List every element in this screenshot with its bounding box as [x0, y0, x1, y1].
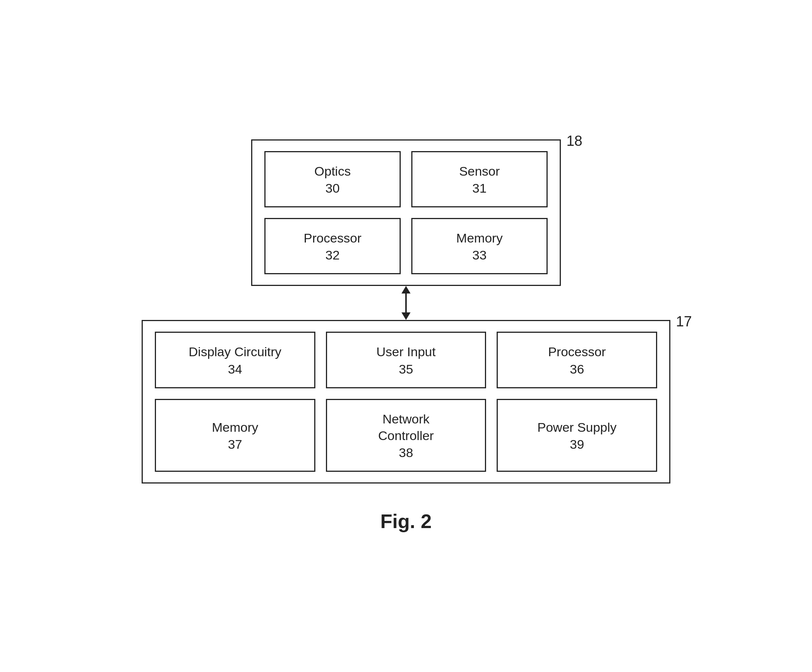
memory-37-number: 37 [228, 437, 242, 452]
processor-32-cell: Processor 32 [264, 218, 401, 274]
device-18-grid: Optics 30 Sensor 31 Processor 32 Memory [264, 151, 548, 274]
device-18-row-1: Optics 30 Sensor 31 [264, 151, 548, 207]
user-input-name: User Input [377, 343, 436, 360]
network-controller-number: 38 [399, 445, 413, 460]
device-17-row-1: Display Circuitry 34 User Input 35 Proce… [155, 332, 657, 388]
memory-33-cell: Memory 33 [411, 218, 548, 274]
optics-number: 30 [326, 181, 340, 196]
user-input-number: 35 [399, 362, 413, 377]
user-input-cell: User Input 35 [326, 332, 486, 388]
device-17-label: 17 [676, 314, 692, 330]
device-17-grid: Display Circuitry 34 User Input 35 Proce… [155, 332, 657, 472]
device-18-row-2: Processor 32 Memory 33 [264, 218, 548, 274]
optics-cell: Optics 30 [264, 151, 401, 207]
device-17-row-2: Memory 37 Network Controller 38 Power Su… [155, 399, 657, 472]
device-18-label: 18 [566, 133, 582, 149]
processor-32-number: 32 [326, 248, 340, 263]
memory-37-cell: Memory 37 [155, 399, 316, 472]
sensor-name: Sensor [459, 163, 500, 179]
memory-33-number: 33 [473, 248, 487, 263]
page-container: 18 Optics 30 Sensor 31 Processor 32 [0, 0, 812, 672]
sensor-cell: Sensor 31 [411, 151, 548, 207]
figure-caption: Fig. 2 [380, 510, 432, 533]
sensor-number: 31 [473, 181, 487, 196]
processor-36-number: 36 [570, 362, 584, 377]
arrow-head-down [401, 312, 411, 320]
power-supply-number: 39 [570, 437, 584, 452]
device-18-box: 18 Optics 30 Sensor 31 Processor 32 [251, 139, 561, 286]
memory-33-name: Memory [456, 230, 503, 246]
device-17-box: 17 Display Circuitry 34 User Input 35 Pr… [142, 320, 670, 484]
diagram-area: 18 Optics 30 Sensor 31 Processor 32 [142, 139, 670, 533]
arrow-connector [401, 286, 411, 320]
memory-37-name: Memory [212, 419, 258, 435]
processor-36-cell: Processor 36 [496, 332, 657, 388]
display-circuitry-name: Display Circuitry [189, 343, 282, 360]
power-supply-name: Power Supply [537, 419, 617, 435]
processor-36-name: Processor [548, 343, 606, 360]
power-supply-cell: Power Supply 39 [496, 399, 657, 472]
network-controller-cell: Network Controller 38 [326, 399, 486, 472]
optics-name: Optics [314, 163, 350, 179]
display-circuitry-cell: Display Circuitry 34 [155, 332, 316, 388]
arrow-line [405, 293, 407, 312]
network-controller-name: Network Controller [378, 411, 433, 444]
display-circuitry-number: 34 [228, 362, 242, 377]
arrow-head-up [401, 286, 411, 293]
processor-32-name: Processor [304, 230, 362, 246]
